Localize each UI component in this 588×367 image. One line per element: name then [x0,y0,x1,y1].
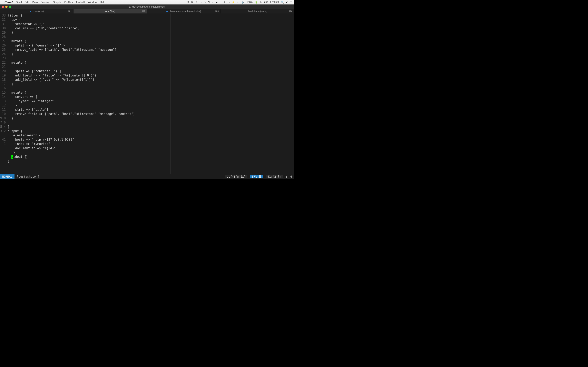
tab-shortcut: ⌘3 [215,10,219,13]
menu-shell[interactable]: Shell [16,1,22,4]
vim-col-sep: : [286,175,287,178]
status-icon[interactable]: ⦿ [187,1,189,4]
status-icon[interactable]: V [205,1,206,4]
status-icon[interactable]: ↑ [212,1,213,4]
tab-label: vim (Vim) [105,10,115,13]
editor-area: 33 32 31 30 29 28 27 26 25 24 23 22 21 2… [0,13,294,174]
macos-menubar: iTerm2 Shell Edit View Session Scripts P… [0,0,294,4]
vim-encoding: utf-8[unix] [225,175,247,178]
volume-icon[interactable]: 🔈 [242,1,245,4]
tab-label: ./bin/elasticsearch (controller) [169,10,201,13]
menu-edit[interactable]: Edit [25,1,29,4]
tab-shortcut: ⌘4 [289,10,292,13]
tab-shortcut: ⌘1 [68,10,72,13]
line-gutter: 33 32 31 30 29 28 27 26 25 24 23 22 21 2… [0,13,7,174]
terminal-bottom-gap [0,179,294,184]
window-titlebar: 1. /usr/local/bin/vim logstash.conf [0,4,294,9]
menu-session[interactable]: Session [41,1,50,4]
wifi-icon[interactable]: ᯤ [237,1,240,4]
menubar-right: ⦿ ⌘ ⇪ ⌥ V V ↑ ☁ ⌂ ☀ ▭ ⚡ ᯤ 🔈 100% 🔋 A 周四 … [187,0,292,4]
menu-toolbelt[interactable]: Toolbelt [76,1,85,4]
vim-cursor: s [11,155,13,159]
vim-mode: NORMAL [0,174,15,179]
status-icon[interactable]: ⌂ [220,1,221,4]
editor-pane-right[interactable] [171,13,294,174]
status-icon[interactable]: V [208,1,210,4]
menubar-left: iTerm2 Shell Edit View Session Scripts P… [2,1,105,4]
activity-dot-icon [30,11,31,12]
close-window-button[interactable] [2,6,4,8]
menu-help[interactable]: Help [100,1,105,4]
tab-1[interactable]: ~/src (zsh) ⌘1 [0,9,73,13]
tab-shortcut: ⌘2 [142,10,145,13]
status-icon[interactable]: ☀ [223,1,226,4]
input-source-icon[interactable]: A [260,1,261,4]
vim-statusline: NORMAL logstash.conf utf-8[unix] 97% ☰ 4… [0,174,294,179]
tab-label: ./bin/kibana (node) [247,10,267,13]
vim-col: 4 [290,175,292,178]
tab-label: ~/src (zsh) [32,10,44,13]
zoom-window-button[interactable] [9,6,11,8]
status-icon[interactable]: ⇪ [196,1,198,4]
vim-filename: logstash.conf [15,175,39,178]
minimize-window-button[interactable] [5,6,8,8]
traffic-lights [2,6,11,8]
spotlight-icon[interactable]: 🔍 [281,1,284,4]
app-name-menu[interactable]: iTerm2 [4,1,13,4]
siri-icon[interactable]: ◐ [286,1,288,4]
status-icon[interactable]: ⌥ [200,1,203,4]
vim-percent: 97% ☰ [250,175,263,178]
bluetooth-icon[interactable]: ⚡ [232,1,235,4]
code-content[interactable]: filter { csv { separator => "," columns … [7,13,170,174]
menu-profiles[interactable]: Profiles [64,1,73,4]
activity-dot-icon [166,11,168,12]
menu-scripts[interactable]: Scripts [53,1,61,4]
tab-3[interactable]: ./bin/elasticsearch (controller) ⌘3 [147,9,221,13]
tab-2[interactable]: vim (Vim) ⌘2 [73,9,147,13]
battery-percent[interactable]: 100% [247,1,253,4]
status-icon[interactable]: ▭ [228,1,230,4]
menu-view[interactable]: View [32,1,38,4]
tab-4[interactable]: ./bin/kibana (node) ⌘4 [221,9,294,13]
clock[interactable]: 周四 下午8:28 [264,0,279,4]
vim-line-pos: 41/42 ln [266,175,283,178]
window-title: 1. /usr/local/bin/vim logstash.conf [0,5,294,8]
status-icon[interactable]: ☁ [215,1,218,4]
status-icon[interactable]: ⌘ [191,1,194,4]
iterm-tabbar: ~/src (zsh) ⌘1 vim (Vim) ⌘2 ./bin/elasti… [0,9,294,13]
battery-icon[interactable]: 🔋 [255,1,258,4]
notification-center-icon[interactable]: ☰ [290,1,292,4]
menu-window[interactable]: Window [87,1,97,4]
editor-pane-left[interactable]: 33 32 31 30 29 28 27 26 25 24 23 22 21 2… [0,13,171,174]
